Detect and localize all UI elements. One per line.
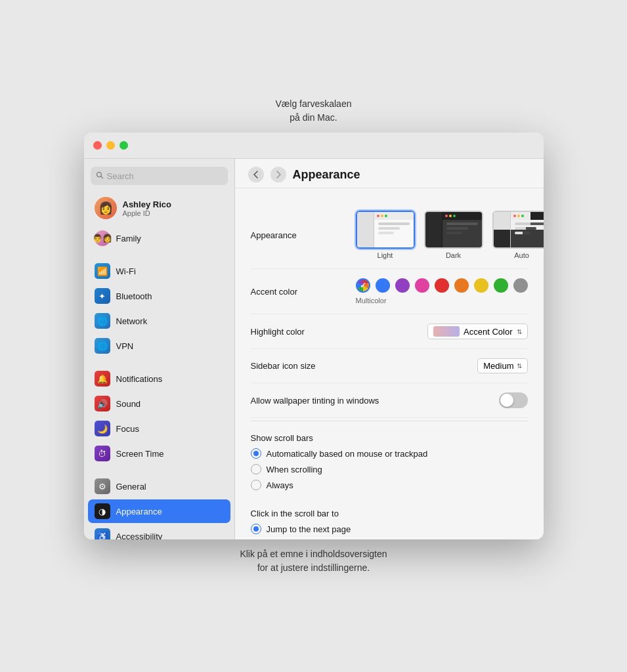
sidebar-label-general: General: [116, 482, 146, 492]
accent-graphite[interactable]: [513, 278, 528, 293]
accent-pink[interactable]: [415, 278, 429, 293]
search-box[interactable]: Search: [91, 167, 228, 185]
section-separator-1: [251, 421, 528, 421]
accent-orange[interactable]: [454, 278, 469, 293]
focus-icon: 🌙: [95, 421, 110, 436]
sidebar-item-sound[interactable]: 🔊 Sound: [88, 392, 230, 415]
wallpaper-tinting-label: Allow wallpaper tinting in windows: [251, 396, 379, 406]
appearance-option-auto[interactable]: Auto: [492, 211, 544, 259]
appearance-thumb-auto[interactable]: [492, 211, 544, 249]
appearance-label: Appearance: [251, 230, 356, 240]
highlight-color-control[interactable]: Accent Color ⇅: [427, 324, 527, 339]
sidebar-label-vpn: VPN: [116, 341, 134, 351]
appearance-thumb-dark[interactable]: [424, 211, 483, 249]
chevron-updown-icon-2: ⇅: [517, 362, 522, 369]
sidebar-label-screentime: Screen Time: [116, 449, 164, 459]
maximize-button[interactable]: [119, 141, 128, 150]
appearance-light-label: Light: [378, 251, 393, 259]
scroll-scrolling-label: When scrolling: [267, 465, 322, 474]
chevron-updown-icon: ⇅: [517, 328, 522, 335]
appearance-options: Light: [356, 211, 544, 259]
settings-window: Search 👩 Ashley Rico Apple ID 👨‍👩 Family…: [84, 133, 544, 539]
screentime-icon: ⏱: [95, 446, 110, 461]
appearance-auto-label: Auto: [514, 251, 529, 259]
panel-header: Appearance: [235, 159, 544, 188]
highlight-swatch: [433, 326, 460, 337]
bluetooth-icon: ✦: [95, 288, 110, 304]
forward-button[interactable]: [270, 167, 286, 182]
sidebar-item-notifications[interactable]: 🔔 Notifications: [88, 367, 230, 390]
accent-purple[interactable]: [395, 278, 410, 293]
sidebar-label-wifi: Wi-Fi: [116, 266, 136, 276]
notifications-icon: 🔔: [95, 371, 110, 387]
sidebar-item-screentime[interactable]: ⏱ Screen Time: [88, 442, 230, 465]
scroll-auto-radio[interactable]: [251, 448, 261, 459]
appearance-icon: ◑: [95, 503, 110, 519]
sidebar-icon-size-label: Sidebar icon size: [251, 361, 356, 371]
scroll-auto-option[interactable]: Automatically based on mouse or trackpad: [251, 448, 528, 459]
apple-id-row[interactable]: 👩 Ashley Rico Apple ID: [88, 192, 230, 224]
sidebar-item-focus[interactable]: 🌙 Focus: [88, 417, 230, 440]
accent-multicolor[interactable]: [356, 278, 370, 293]
appearance-option-light[interactable]: Light: [356, 211, 415, 259]
minimize-button[interactable]: [106, 141, 115, 150]
scroll-always-option[interactable]: Always: [251, 480, 528, 490]
sidebar-label-notifications: Notifications: [116, 374, 163, 384]
sidebar-item-vpn[interactable]: 🌐 VPN: [88, 334, 230, 358]
back-button[interactable]: [248, 167, 264, 182]
accent-color-row: Accent color: [251, 269, 528, 314]
window-body: Search 👩 Ashley Rico Apple ID 👨‍👩 Family…: [84, 159, 544, 539]
scroll-always-radio[interactable]: [251, 480, 261, 490]
sidebar-label-sound: Sound: [116, 399, 141, 409]
apple-id-sub: Apple ID: [123, 209, 171, 217]
annotation-top: Vælg farveskalaen på din Mac.: [276, 97, 352, 125]
family-icon: 👨‍👩: [95, 230, 110, 246]
network-icon: 🌐: [95, 313, 110, 329]
sidebar-item-general[interactable]: ⚙ General: [88, 474, 230, 498]
close-button[interactable]: [93, 141, 102, 150]
accent-blue[interactable]: [376, 278, 390, 293]
wallpaper-tinting-toggle[interactable]: [499, 392, 528, 408]
highlight-color-row: Highlight color Accent Color ⇅: [251, 314, 528, 349]
wifi-icon: 📶: [95, 263, 110, 279]
click-next-page-option[interactable]: Jump to the next page: [251, 524, 528, 534]
scroll-bars-radio-group: Automatically based on mouse or trackpad…: [251, 448, 528, 499]
sidebar-item-appearance[interactable]: ◑ Appearance: [88, 499, 230, 523]
click-scroll-radio-group: Jump to the next page Jump to the spot t…: [251, 524, 528, 539]
title-bar: [84, 133, 544, 159]
sidebar-item-bluetooth[interactable]: ✦ Bluetooth: [88, 284, 230, 308]
click-scroll-title: Click in the scroll bar to: [251, 499, 528, 524]
main-panel: Appearance Appearance: [235, 159, 544, 539]
sidebar-item-network[interactable]: 🌐 Network: [88, 309, 230, 333]
sidebar-label-network: Network: [116, 316, 148, 326]
sidebar-label-focus: Focus: [116, 424, 139, 434]
sidebar-item-accessibility[interactable]: ♿ Accessibility: [88, 524, 230, 539]
annotation-bottom: Klik på et emne i indholdsoversigtenfor …: [240, 547, 387, 575]
apple-id-info: Ashley Rico Apple ID: [123, 200, 171, 217]
appearance-dark-label: Dark: [446, 251, 461, 259]
accent-green[interactable]: [494, 278, 508, 293]
scroll-bars-title: Show scroll bars: [251, 424, 528, 448]
sidebar-icon-size-row: Sidebar icon size Medium ⇅: [251, 349, 528, 383]
highlight-color-value: Accent Color: [464, 327, 512, 337]
sound-icon: 🔊: [95, 396, 110, 411]
scroll-scrolling-option[interactable]: When scrolling: [251, 464, 528, 474]
appearance-setting-row: Appearance: [251, 201, 528, 269]
scroll-scrolling-radio[interactable]: [251, 464, 261, 474]
family-label: Family: [116, 234, 141, 243]
sidebar-item-wifi[interactable]: 📶 Wi-Fi: [88, 259, 230, 283]
sidebar-item-family[interactable]: 👨‍👩 Family: [88, 226, 230, 250]
click-next-page-radio[interactable]: [251, 524, 261, 534]
sidebar-icon-size-dropdown[interactable]: Medium ⇅: [477, 358, 527, 373]
accent-sub-label: Multicolor: [356, 297, 387, 304]
accent-color-swatches: [356, 278, 528, 293]
svg-line-1: [100, 177, 102, 178]
accent-red[interactable]: [435, 278, 449, 293]
scroll-always-label: Always: [267, 480, 293, 490]
search-placeholder: Search: [107, 171, 134, 181]
avatar: 👩: [95, 197, 117, 219]
appearance-option-dark[interactable]: Dark: [424, 211, 483, 259]
sidebar-label-appearance: Appearance: [116, 507, 162, 516]
accent-yellow[interactable]: [474, 278, 488, 293]
appearance-thumb-light[interactable]: [356, 211, 415, 249]
